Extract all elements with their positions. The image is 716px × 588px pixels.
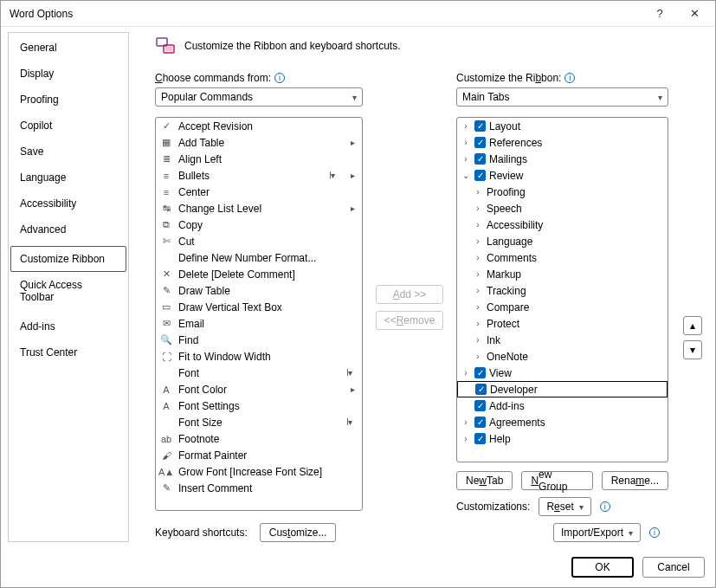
tree-checkbox[interactable]: ✓ bbox=[474, 400, 486, 411]
tree-item[interactable]: ✓Developer bbox=[457, 381, 668, 397]
command-item[interactable]: ▦Add Table▸ bbox=[156, 134, 362, 151]
expander-icon[interactable]: › bbox=[461, 434, 471, 443]
nav-item-copilot[interactable]: Copilot bbox=[10, 113, 126, 139]
nav-item-customize-ribbon[interactable]: Customize Ribbon bbox=[10, 246, 126, 272]
command-item[interactable]: ▭Draw Vertical Text Box bbox=[156, 299, 362, 315]
cancel-button[interactable]: Cancel bbox=[642, 557, 705, 578]
tree-checkbox[interactable]: ✓ bbox=[474, 433, 486, 444]
command-item[interactable]: ⛶Fit to Window Width bbox=[156, 348, 362, 365]
rename-button[interactable]: Rename... bbox=[602, 471, 668, 490]
tree-item[interactable]: ✓Add-ins bbox=[457, 397, 668, 414]
nav-item-general[interactable]: General bbox=[10, 35, 126, 61]
tree-item[interactable]: ›Proofing bbox=[457, 184, 668, 200]
expander-icon[interactable]: › bbox=[461, 154, 471, 164]
tree-checkbox[interactable]: ✓ bbox=[474, 137, 486, 148]
expander-icon[interactable]: › bbox=[473, 253, 483, 262]
tree-checkbox[interactable]: ✓ bbox=[474, 120, 486, 132]
command-item[interactable]: 🖌Format Painter bbox=[156, 447, 362, 463]
tree-item[interactable]: ›Ink bbox=[457, 332, 668, 348]
tree-item[interactable]: ›✓Help bbox=[457, 430, 668, 447]
nav-item-advanced[interactable]: Advanced bbox=[10, 216, 126, 242]
nav-item-proofing[interactable]: Proofing bbox=[10, 87, 126, 113]
info-icon[interactable]: i bbox=[649, 527, 660, 538]
close-button[interactable]: ✕ bbox=[677, 2, 712, 26]
customize-ribbon-dropdown[interactable]: Main Tabs ▾ bbox=[456, 87, 668, 107]
command-item[interactable]: ≣Align Left bbox=[156, 151, 362, 167]
command-item[interactable]: abFootnote bbox=[156, 430, 362, 447]
tree-checkbox[interactable]: ✓ bbox=[474, 367, 486, 378]
tree-item[interactable]: ›✓Agreements bbox=[457, 414, 668, 430]
nav-item-display[interactable]: Display bbox=[10, 61, 126, 87]
command-item[interactable]: ✓Accept Revision bbox=[156, 118, 362, 134]
nav-item-save[interactable]: Save bbox=[10, 139, 126, 165]
nav-item-quick-access-toolbar[interactable]: Quick Access Toolbar bbox=[10, 272, 126, 310]
command-item[interactable]: Font SizeI▾ bbox=[156, 414, 362, 430]
tree-item[interactable]: ›OneNote bbox=[457, 348, 668, 365]
command-item[interactable]: ✉Email bbox=[156, 315, 362, 332]
command-item[interactable]: ↹Change List Level▸ bbox=[156, 200, 362, 216]
command-item[interactable]: AFont Color▸ bbox=[156, 381, 362, 397]
command-item[interactable]: ⧉Copy bbox=[156, 216, 362, 233]
expander-icon[interactable]: › bbox=[473, 236, 483, 246]
nav-item-accessibility[interactable]: Accessibility bbox=[10, 191, 126, 216]
command-item[interactable]: ✎Draw Table bbox=[156, 282, 362, 299]
nav-item-language[interactable]: Language bbox=[10, 165, 126, 191]
command-item[interactable]: A▲Grow Font [Increase Font Size] bbox=[156, 463, 362, 480]
expander-icon[interactable]: › bbox=[473, 220, 483, 229]
ribbon-tree[interactable]: ›✓Layout›✓References›✓Mailings⌄✓Review›P… bbox=[456, 117, 668, 462]
info-icon[interactable]: i bbox=[564, 73, 575, 83]
tree-item[interactable]: ›✓View bbox=[457, 365, 668, 381]
tree-item[interactable]: ›Comments bbox=[457, 249, 668, 266]
expander-icon[interactable]: › bbox=[473, 352, 483, 361]
expander-icon[interactable]: › bbox=[461, 138, 471, 147]
nav-item-add-ins[interactable]: Add-ins bbox=[10, 313, 126, 339]
expander-icon[interactable]: › bbox=[461, 368, 471, 378]
tree-item[interactable]: ›✓References bbox=[457, 134, 668, 151]
tree-item[interactable]: ›✓Layout bbox=[457, 118, 668, 134]
expander-icon[interactable]: › bbox=[461, 121, 471, 131]
tree-checkbox[interactable]: ✓ bbox=[474, 417, 486, 428]
new-group-button[interactable]: New Group bbox=[521, 471, 592, 490]
import-export-dropdown[interactable]: Import/Export▾ bbox=[553, 523, 641, 542]
tree-item[interactable]: ›Language bbox=[457, 233, 668, 249]
customize-keyboard-button[interactable]: Customize... bbox=[260, 523, 337, 542]
tree-item[interactable]: ›Protect bbox=[457, 315, 668, 332]
move-down-button[interactable]: ▾ bbox=[683, 340, 702, 359]
nav-item-trust-center[interactable]: Trust Center bbox=[10, 339, 126, 365]
expander-icon[interactable]: › bbox=[473, 319, 483, 328]
expander-icon[interactable]: › bbox=[473, 335, 483, 345]
info-icon[interactable]: i bbox=[274, 73, 285, 83]
choose-commands-dropdown[interactable]: Popular Commands ▾ bbox=[155, 87, 363, 107]
command-item[interactable]: 🔍Find bbox=[156, 332, 362, 348]
help-button[interactable]: ? bbox=[642, 2, 677, 26]
tree-item[interactable]: ›✓Mailings bbox=[457, 151, 668, 167]
tree-checkbox[interactable]: ✓ bbox=[475, 384, 487, 395]
reset-dropdown[interactable]: Reset▾ bbox=[539, 497, 590, 516]
command-item[interactable]: ≡Center bbox=[156, 184, 362, 200]
tree-item[interactable]: ›Tracking bbox=[457, 282, 668, 299]
command-item[interactable]: ✎Insert Comment bbox=[156, 480, 362, 496]
command-item[interactable]: AFont Settings bbox=[156, 397, 362, 414]
tree-item[interactable]: ›Compare bbox=[457, 299, 668, 315]
move-up-button[interactable]: ▴ bbox=[683, 316, 702, 335]
command-item[interactable]: ✕Delete [Delete Comment] bbox=[156, 266, 362, 282]
tree-item[interactable]: ›Markup bbox=[457, 266, 668, 282]
tree-item[interactable]: ›Accessibility bbox=[457, 216, 668, 233]
expander-icon[interactable]: › bbox=[473, 269, 483, 279]
command-item[interactable]: ✄Cut bbox=[156, 233, 362, 249]
tree-checkbox[interactable]: ✓ bbox=[474, 170, 486, 181]
expander-icon[interactable]: › bbox=[473, 302, 483, 312]
tree-item[interactable]: ›Speech bbox=[457, 200, 668, 216]
new-tab-button[interactable]: New Tab bbox=[456, 471, 513, 490]
expander-icon[interactable]: › bbox=[473, 204, 483, 213]
command-item[interactable]: ≡BulletsI▾▸ bbox=[156, 167, 362, 184]
command-item[interactable]: FontI▾ bbox=[156, 365, 362, 381]
expander-icon[interactable]: › bbox=[473, 286, 483, 295]
expander-icon[interactable]: › bbox=[473, 187, 483, 197]
tree-checkbox[interactable]: ✓ bbox=[474, 153, 486, 165]
info-icon[interactable]: i bbox=[600, 501, 610, 512]
expander-icon[interactable]: ⌄ bbox=[461, 171, 471, 180]
ok-button[interactable]: OK bbox=[571, 557, 634, 578]
commands-listbox[interactable]: ✓Accept Revision▦Add Table▸≣Align Left≡B… bbox=[155, 117, 363, 511]
tree-item[interactable]: ⌄✓Review bbox=[457, 167, 668, 184]
